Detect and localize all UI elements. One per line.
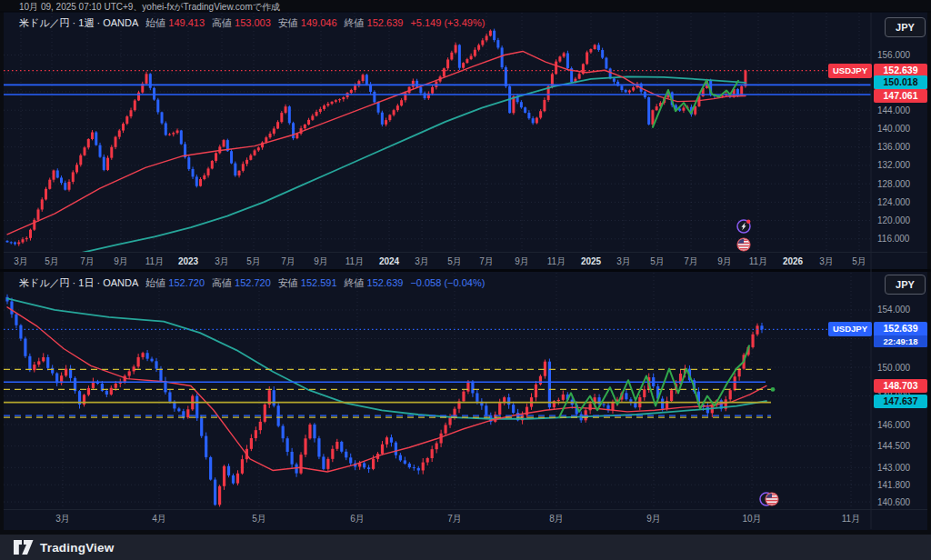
weekly-chart-area[interactable] xyxy=(4,13,871,252)
legend-low-value: 152.591 xyxy=(301,277,337,288)
legend-close-value: 152.639 xyxy=(367,17,404,28)
legend-close-value: 152.639 xyxy=(367,277,404,288)
attribution-text: 10月 09, 2025 07:10 UTC+9、yohei-fxがTradin… xyxy=(19,1,280,14)
price-scale-daily[interactable] xyxy=(871,273,929,509)
legend-open-label: 始値 xyxy=(145,17,165,28)
legend-high-value: 153.003 xyxy=(235,17,271,28)
legend-open-label: 始値 xyxy=(145,277,165,288)
legend-high-label: 高値 xyxy=(212,277,232,288)
currency-button-jpy-daily[interactable]: JPY xyxy=(885,275,926,295)
legend-weekly: 米ドル／円 · 1週 · OANDA始値149.413高値153.003安値14… xyxy=(19,16,485,30)
time-scale-daily[interactable] xyxy=(4,510,871,529)
price-scale-weekly[interactable] xyxy=(871,13,929,252)
legend-low-label: 安値 xyxy=(278,277,298,288)
currency-button-jpy-weekly[interactable]: JPY xyxy=(885,17,926,37)
legend-high-value: 152.720 xyxy=(235,277,271,288)
symbol-title-weekly[interactable]: 米ドル／円 · 1週 · OANDA xyxy=(19,17,138,28)
legend-high-label: 高値 xyxy=(212,17,232,28)
time-scale-weekly[interactable] xyxy=(4,252,871,270)
tradingview-logo-icon[interactable] xyxy=(13,540,34,555)
legend-open-value: 149.413 xyxy=(168,17,205,28)
legend-low-value: 149.046 xyxy=(301,17,337,28)
legend-close-label: 終値 xyxy=(345,17,365,28)
legend-open-value: 152.720 xyxy=(168,277,205,288)
legend-daily: 米ドル／円 · 1日 · OANDA始値152.720高値152.720安値15… xyxy=(19,276,485,290)
daily-chart-area[interactable] xyxy=(4,273,871,509)
legend-close-label: 終値 xyxy=(345,277,365,288)
legend-change: −0.058 (−0.04%) xyxy=(410,277,485,288)
pane-divider[interactable] xyxy=(0,269,931,273)
legend-low-label: 安値 xyxy=(278,17,298,28)
symbol-title-daily[interactable]: 米ドル／円 · 1日 · OANDA xyxy=(19,277,138,288)
footer-bar: TradingView xyxy=(0,535,931,560)
tradingview-logo-text[interactable]: TradingView xyxy=(40,541,114,555)
legend-change: +5.149 (+3.49%) xyxy=(410,17,485,28)
